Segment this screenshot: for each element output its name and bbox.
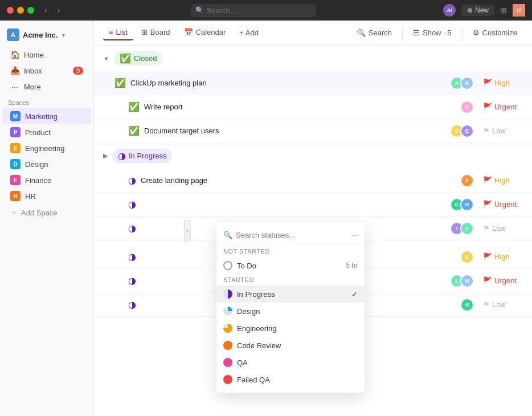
new-button[interactable]: ⊕ New	[461, 5, 494, 16]
status-todo[interactable]: To Do 5 hr	[216, 257, 365, 274]
table-row[interactable]: ⠿ ✅ ClickUp marketing plan A B 🚩 High	[94, 71, 532, 95]
titlebar-nav: ‹ ›	[41, 5, 63, 16]
back-button[interactable]: ‹	[41, 5, 51, 16]
add-space-button[interactable]: ＋ Add Space	[2, 204, 91, 221]
closed-check-icon: ✅	[120, 53, 131, 64]
close-dot[interactable]	[7, 7, 14, 14]
task-status-icon[interactable]: ◑	[128, 223, 136, 234]
tab-board[interactable]: ⊞ Board	[136, 25, 176, 40]
priority-badge: 🚩 High	[483, 252, 523, 261]
status-qa[interactable]: QA	[216, 354, 365, 371]
design-status-icon	[223, 307, 232, 316]
sidebar-item-marketing[interactable]: M Marketing	[2, 108, 91, 124]
status-label: In Progress	[237, 290, 275, 299]
sidebar-item-home[interactable]: 🏠 Home	[2, 47, 91, 63]
sidebar-item-engineering[interactable]: E Engineering	[2, 140, 91, 156]
tab-calendar[interactable]: 📅 Calendar	[178, 25, 232, 40]
show-button[interactable]: ☰ Show · 5	[407, 26, 457, 40]
status-search-input[interactable]	[236, 231, 347, 239]
in-progress-chevron-icon: ▶	[103, 152, 108, 160]
workspace-header[interactable]: A Acme Inc. ▾	[0, 25, 93, 44]
search-icon: 🔍	[357, 28, 366, 37]
task-status-icon[interactable]: ✅	[128, 101, 140, 112]
task-status-icon[interactable]: ✅	[128, 125, 140, 136]
todo-time: 5 hr	[346, 262, 358, 270]
calendar-icon: 📅	[184, 28, 193, 36]
divider	[402, 28, 403, 38]
avatar: J	[460, 222, 474, 235]
customize-button[interactable]: ⚙ Customize	[467, 26, 523, 40]
task-avatars: D E	[450, 124, 474, 138]
status-label: Design	[237, 307, 260, 316]
closed-section-header[interactable]: ▼ ✅ Closed	[94, 46, 532, 71]
status-dropdown: 🔍 ··· NOT STARTED To Do 5 hr STARTED In …	[216, 222, 365, 393]
priority-badge: ⚑ Low	[483, 224, 523, 233]
avatar: H	[460, 198, 474, 211]
grid-icon[interactable]: ⊞	[500, 6, 507, 15]
table-row[interactable]: ✅ Document target users D E ⚑ Low	[94, 119, 532, 143]
global-search-input[interactable]	[191, 4, 316, 17]
task-status-icon[interactable]: ◑	[128, 275, 136, 286]
sidebar-item-inbox[interactable]: 📥 Inbox 9	[2, 63, 91, 79]
maximize-dot[interactable]	[27, 7, 34, 14]
priority-label: Urgent	[494, 200, 517, 209]
priority-label: High	[494, 176, 510, 185]
status-engineering[interactable]: Engineering	[216, 320, 365, 337]
status-label: QA	[237, 358, 248, 367]
priority-badge: ⚑ Low	[483, 300, 523, 309]
add-view-button[interactable]: + Add	[234, 26, 264, 40]
status-failed-qa[interactable]: Failed QA	[216, 371, 365, 388]
tab-list-label: List	[116, 28, 128, 36]
list-content: ▼ ✅ Closed ⠿ ✅ ClickUp marketing plan A …	[94, 46, 532, 416]
space-label: Marketing	[25, 112, 58, 121]
avatar: N	[460, 298, 474, 312]
sidebar-item-hr[interactable]: H HR	[2, 188, 91, 204]
show-icon: ☰	[413, 28, 420, 37]
titlebar: ‹ › 🔍 AI ⊕ New ⊞ U	[0, 0, 532, 21]
sidebar-collapse-button[interactable]: ›	[184, 220, 191, 242]
main-content: ≡ List ⊞ Board 📅 Calendar + Add 🔍 Search	[94, 21, 532, 416]
table-row[interactable]: ◑ Create landing page F 🚩 High	[94, 169, 532, 193]
closed-status-pill: ✅ Closed	[114, 51, 162, 66]
qa-status-icon	[223, 358, 232, 367]
task-checkbox[interactable]	[111, 79, 120, 88]
sidebar-item-design[interactable]: D Design	[2, 156, 91, 172]
user-avatar[interactable]: U	[513, 4, 525, 17]
search-button[interactable]: 🔍 Search	[351, 26, 398, 40]
ai-badge[interactable]: AI	[443, 4, 456, 17]
priority-label: High	[494, 252, 510, 261]
space-label: Product	[25, 128, 51, 137]
task-status-icon[interactable]: ◑	[128, 175, 136, 186]
task-status-icon[interactable]: ◑	[128, 299, 136, 310]
task-avatars: A B	[450, 76, 474, 90]
flag-icon: 🚩	[483, 176, 492, 185]
list-icon: ≡	[109, 28, 113, 36]
engineering-dot: E	[10, 143, 21, 153]
avatar: B	[460, 76, 474, 90]
status-label: Code Review	[237, 341, 281, 350]
table-row[interactable]: ✅ Write report C 🚩 Urgent	[94, 95, 532, 119]
closed-label: Closed	[134, 54, 157, 63]
sidebar-item-finance[interactable]: F Finance	[2, 172, 91, 188]
table-row[interactable]: ◑ G H 🚩 Urgent	[94, 193, 532, 217]
status-design[interactable]: Design	[216, 303, 365, 320]
check-icon: ✓	[351, 290, 358, 299]
task-status-icon[interactable]: ◑	[128, 251, 136, 262]
status-code-review[interactable]: Code Review	[216, 337, 365, 354]
spaces-section-label: Spaces	[0, 95, 93, 108]
minimize-dot[interactable]	[17, 7, 24, 14]
workspace-avatar: A	[7, 28, 19, 41]
tab-list[interactable]: ≡ List	[103, 25, 133, 40]
forward-button[interactable]: ›	[54, 5, 64, 16]
task-name: ClickUp marketing plan	[130, 79, 450, 87]
priority-badge: 🚩 Urgent	[483, 276, 523, 285]
flag-icon: 🚩	[483, 103, 492, 111]
task-status-icon[interactable]: ◑	[128, 199, 136, 210]
in-progress-section-header[interactable]: ▶ ◑ In Progress	[94, 143, 532, 169]
status-inprogress[interactable]: In Progress ✓	[216, 286, 365, 303]
sidebar-item-more[interactable]: ··· More	[2, 79, 91, 95]
sidebar-item-product[interactable]: P Product	[2, 124, 91, 140]
more-icon: ···	[10, 82, 19, 91]
closed-chevron-icon: ▼	[103, 55, 109, 62]
dropdown-more-icon[interactable]: ···	[351, 230, 358, 239]
